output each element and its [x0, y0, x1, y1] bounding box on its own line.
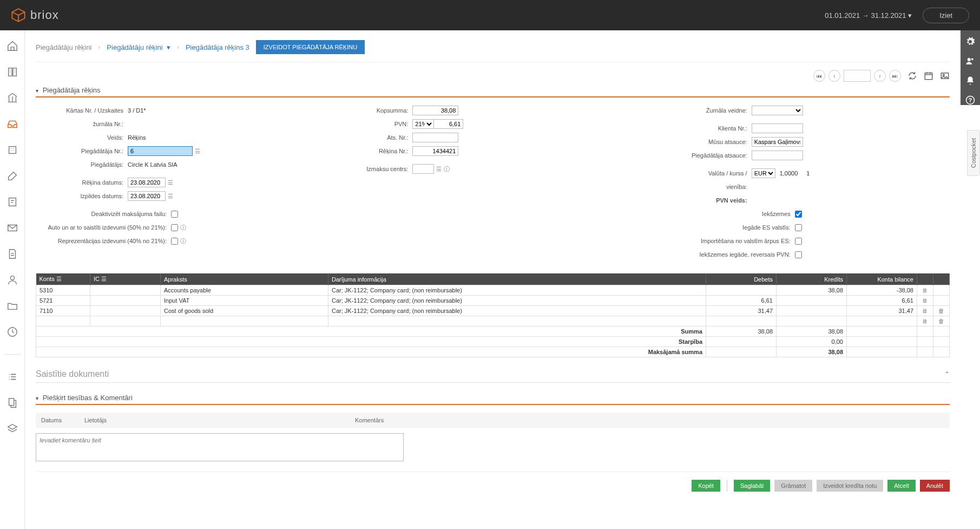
void-button[interactable]: Anulēt: [920, 480, 950, 492]
input-costcenter[interactable]: [412, 164, 434, 174]
select-template[interactable]: [752, 106, 803, 115]
select-currency[interactable]: EUR: [752, 168, 775, 178]
breadcrumb-l1[interactable]: Piegādātāju rēķini ▾: [107, 43, 170, 51]
cell-ic[interactable]: [90, 296, 161, 306]
logout-button[interactable]: Iziet: [923, 8, 969, 23]
save-button[interactable]: Saglabāt: [734, 480, 770, 492]
calendar-icon[interactable]: [924, 71, 933, 81]
calendar-picker-icon[interactable]: ☰: [168, 193, 173, 200]
note-icon[interactable]: 🗎: [922, 318, 928, 324]
breadcrumb-l2[interactable]: Piegādātāja rēķins 3: [186, 43, 249, 51]
building-icon[interactable]: [6, 144, 18, 156]
cell-trans[interactable]: Car; JK-1122; Company card; (non reimbur…: [328, 285, 706, 296]
copy-button[interactable]: Kopēt: [692, 480, 720, 492]
input-client[interactable]: [752, 123, 803, 133]
th-trans[interactable]: Darījuma informācija: [328, 273, 706, 285]
cell-credit[interactable]: 38,08: [777, 285, 847, 296]
input-ref[interactable]: [412, 133, 458, 142]
table-row-empty[interactable]: 🗎 🗑: [36, 316, 950, 326]
input-exec-date[interactable]: [128, 191, 166, 201]
pager-next-button[interactable]: ›: [874, 70, 886, 82]
costpocket-tab[interactable]: Costpocket: [967, 130, 980, 176]
book-icon[interactable]: [6, 66, 18, 78]
cell-desc[interactable]: Cost of goods sold: [161, 306, 328, 316]
pager-prev-button[interactable]: ‹: [828, 70, 840, 82]
input-suppref[interactable]: [752, 151, 803, 160]
help-icon[interactable]: ?: [965, 95, 975, 105]
input-ourref[interactable]: [752, 137, 803, 147]
list-picker-icon[interactable]: ☰: [195, 148, 200, 155]
th-desc[interactable]: Apraksts: [161, 273, 328, 285]
cell-trans[interactable]: Car; JK-1122; Company card; (non reimbur…: [328, 306, 706, 316]
pager-first-button[interactable]: ⏮: [813, 70, 825, 82]
related-documents-section[interactable]: Saistītie dokumenti ⌃: [36, 369, 950, 383]
cell-debit[interactable]: [706, 285, 777, 296]
input-invno[interactable]: [412, 146, 458, 156]
checkbox-repr[interactable]: [171, 238, 178, 245]
cell-desc[interactable]: Input VAT: [161, 296, 328, 306]
th-debit[interactable]: Debets: [706, 273, 777, 285]
cell-debit[interactable]: 31,47: [706, 306, 777, 316]
clock-icon[interactable]: [6, 326, 18, 338]
receipt-icon[interactable]: [6, 196, 18, 208]
cell-credit[interactable]: [777, 306, 847, 316]
cell-ic[interactable]: [90, 285, 161, 296]
cell-debit[interactable]: 6,61: [706, 296, 777, 306]
credit-note-button[interactable]: Izveidot kredīta notu: [817, 480, 883, 492]
chevron-up-icon[interactable]: ⌃: [944, 370, 950, 378]
list-icon[interactable]: [6, 371, 18, 383]
note-icon[interactable]: 🗎: [922, 287, 928, 293]
input-supplier-no[interactable]: [128, 146, 193, 156]
book-button[interactable]: Grāmatot: [774, 480, 812, 492]
note-icon[interactable]: 🗎: [922, 308, 928, 314]
pager-input[interactable]: [844, 70, 871, 82]
cancel-button[interactable]: Atcelt: [887, 480, 916, 492]
checkbox-domestic[interactable]: [795, 211, 802, 218]
input-vat[interactable]: [433, 119, 463, 129]
th-credit[interactable]: Kredīts: [777, 273, 847, 285]
input-total[interactable]: [412, 106, 458, 115]
checkbox-reverse[interactable]: [795, 251, 802, 258]
info-icon[interactable]: ⓘ: [180, 224, 186, 232]
calendar-picker-icon[interactable]: ☰: [168, 179, 173, 186]
select-vat-rate[interactable]: 21%: [412, 119, 434, 129]
checkbox-deactivate[interactable]: [171, 211, 178, 218]
table-row[interactable]: 5310 Accounts payable Car; JK-1122; Comp…: [36, 285, 950, 296]
input-inv-date[interactable]: [128, 178, 166, 187]
checkbox-eu[interactable]: [795, 224, 802, 231]
bell-icon[interactable]: [965, 76, 975, 86]
image-icon[interactable]: [940, 71, 950, 81]
comment-textarea[interactable]: [36, 433, 404, 461]
cell-account[interactable]: 5721: [36, 296, 90, 306]
rights-section-header[interactable]: ▾ Piešķirt tiesības & Komentāri: [36, 394, 950, 405]
refresh-icon[interactable]: [907, 71, 917, 81]
info-icon[interactable]: ⓘ: [180, 237, 186, 245]
th-account[interactable]: Konts ☰: [36, 273, 90, 285]
bank-icon[interactable]: [6, 92, 18, 104]
note-icon[interactable]: 🗎: [922, 297, 928, 304]
checkbox-auto[interactable]: [171, 224, 178, 231]
cell-account[interactable]: 7110: [36, 306, 90, 316]
mail-icon[interactable]: [6, 222, 18, 234]
cell-ic[interactable]: [90, 306, 161, 316]
date-range-selector[interactable]: 01.01.2021 → 31.12.2021 ▾: [825, 11, 912, 19]
folder-icon[interactable]: [6, 300, 18, 312]
layers-icon[interactable]: [6, 423, 18, 435]
cell-desc[interactable]: Accounts payable: [161, 285, 328, 296]
section-header[interactable]: ▾ Piegādātāja rēķins: [36, 86, 950, 97]
th-balance[interactable]: Konta bilance: [847, 273, 917, 285]
home-icon[interactable]: [6, 40, 18, 52]
person-icon[interactable]: [6, 274, 18, 286]
edit-icon[interactable]: [6, 170, 18, 182]
table-row[interactable]: 5721 Input VAT Car; JK-1122; Company car…: [36, 296, 950, 306]
th-ic[interactable]: IC ☰: [90, 273, 161, 285]
cell-trans[interactable]: Car; JK-1122; Company card; (non reimbur…: [328, 296, 706, 306]
delete-icon[interactable]: 🗑: [938, 308, 944, 314]
cell-account[interactable]: 5310: [36, 285, 90, 296]
gear-icon[interactable]: [965, 37, 975, 47]
document-icon[interactable]: [6, 248, 18, 260]
info-icon[interactable]: ⓘ: [444, 165, 450, 173]
inbox-icon[interactable]: [6, 118, 18, 130]
copy-icon[interactable]: [6, 397, 18, 409]
pager-last-button[interactable]: ⏭: [889, 70, 901, 82]
